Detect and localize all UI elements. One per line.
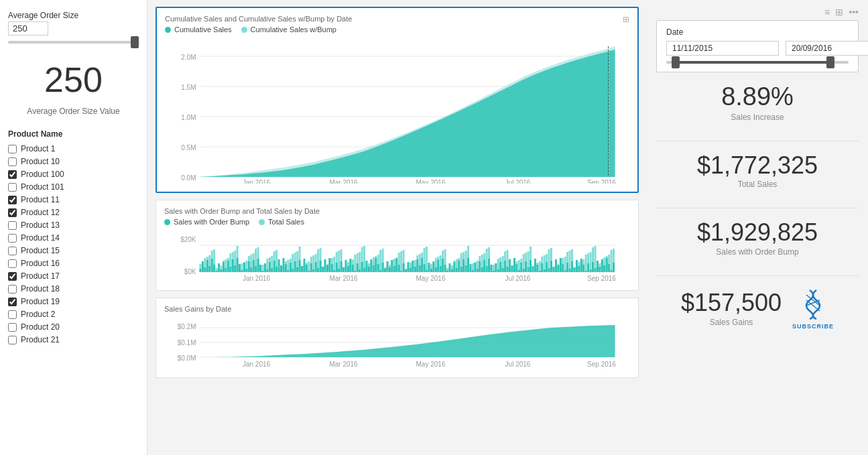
product-checkbox[interactable] [8, 285, 17, 294]
product-checkbox[interactable] [8, 323, 17, 332]
product-item[interactable]: Product 100 [8, 168, 139, 180]
product-checkbox[interactable] [8, 272, 17, 281]
product-item[interactable]: Product 12 [8, 206, 139, 218]
product-item[interactable]: Product 21 [8, 334, 139, 346]
svg-rect-226 [435, 267, 437, 272]
product-item[interactable]: Product 14 [8, 232, 139, 244]
slider-track [8, 41, 139, 44]
more-icon[interactable]: ••• [849, 7, 859, 17]
slider-value-input[interactable] [8, 21, 48, 36]
svg-rect-240 [451, 269, 453, 272]
product-checkbox[interactable] [8, 221, 17, 230]
main-area [200, 50, 615, 177]
svg-rect-198 [403, 263, 405, 272]
product-item[interactable]: Product 101 [8, 181, 139, 193]
svg-rect-68 [253, 260, 255, 272]
svg-rect-52 [234, 265, 236, 272]
svg-rect-96 [285, 264, 287, 272]
svg-rect-26 [204, 267, 206, 272]
svg-text:Mar 2016: Mar 2016 [329, 361, 358, 368]
svg-rect-296 [515, 264, 517, 272]
svg-rect-134 [328, 258, 330, 272]
bottom-chart-svg: $0.2M $0.1M $0.0M Jan 2016 Mar 2016 May … [164, 316, 630, 369]
svg-rect-174 [375, 258, 377, 272]
svg-rect-30 [208, 266, 210, 272]
svg-text:0.5M: 0.5M [181, 144, 196, 151]
svg-rect-260 [474, 263, 476, 272]
svg-rect-158 [357, 263, 359, 272]
date-range-row [666, 41, 849, 56]
product-checkbox[interactable] [8, 145, 17, 153]
svg-rect-142 [338, 269, 340, 272]
svg-rect-348 [576, 260, 578, 272]
product-checkbox[interactable] [8, 310, 17, 319]
svg-rect-164 [363, 268, 365, 272]
product-item[interactable]: Product 19 [8, 296, 139, 308]
product-checkbox[interactable] [8, 183, 17, 192]
product-item[interactable]: Product 16 [8, 257, 139, 269]
svg-rect-270 [486, 266, 488, 272]
product-item[interactable]: Product 17 [8, 270, 139, 282]
svg-rect-224 [432, 261, 434, 272]
product-item[interactable]: Product 20 [8, 321, 139, 333]
product-label: Product 101 [21, 182, 64, 192]
svg-rect-108 [299, 260, 301, 272]
date-from-input[interactable] [666, 41, 779, 56]
svg-rect-288 [507, 267, 509, 272]
svg-rect-362 [592, 262, 594, 272]
product-item[interactable]: Product 10 [8, 155, 139, 168]
svg-rect-308 [530, 260, 532, 272]
kpi-value-sales-with-bump: $1,929,825 [656, 219, 859, 246]
product-label: Product 2 [21, 310, 55, 319]
legend-dot-cumulative-sales [165, 27, 171, 33]
date-thumb-left[interactable] [672, 56, 680, 68]
kpi-divider-2 [656, 208, 859, 208]
product-checkbox[interactable] [8, 157, 17, 166]
svg-rect-366 [597, 261, 599, 272]
expand-icon[interactable]: ⊞ [623, 15, 629, 24]
product-checkbox[interactable] [8, 170, 17, 179]
expand-icon[interactable]: ⊞ [835, 7, 843, 17]
svg-rect-70 [255, 266, 257, 272]
svg-rect-140 [336, 263, 338, 272]
svg-rect-48 [229, 267, 231, 272]
kpi-label-sales-with-bump: Sales with Order Bump [656, 247, 859, 257]
big-number-value: 250 [8, 62, 139, 97]
product-checkbox[interactable] [8, 234, 17, 243]
svg-rect-298 [518, 270, 520, 272]
svg-rect-320 [544, 269, 546, 272]
svg-rect-130 [324, 259, 326, 272]
product-label: Product 16 [21, 259, 60, 268]
product-checkbox[interactable] [8, 259, 17, 268]
slider-thumb[interactable] [131, 36, 139, 48]
product-checkbox[interactable] [8, 298, 17, 306]
date-thumb-right[interactable] [826, 56, 834, 68]
product-item[interactable]: Product 11 [8, 194, 139, 206]
svg-rect-262 [477, 269, 479, 272]
product-item[interactable]: Product 2 [8, 308, 139, 320]
product-checkbox[interactable] [8, 196, 17, 204]
svg-rect-64 [248, 261, 250, 272]
product-item[interactable]: Product 13 [8, 219, 139, 231]
svg-rect-228 [437, 260, 439, 272]
svg-rect-218 [426, 270, 428, 272]
svg-text:Jan 2016: Jan 2016 [243, 179, 271, 184]
product-item[interactable]: Product 18 [8, 283, 139, 295]
svg-rect-155 [354, 255, 356, 272]
svg-rect-292 [511, 265, 513, 272]
product-checkbox[interactable] [8, 336, 17, 344]
subscribe-icon[interactable]: SUBSCRIBE [792, 287, 834, 330]
svg-rect-88 [275, 267, 277, 272]
product-checkbox[interactable] [8, 247, 17, 255]
svg-rect-316 [539, 271, 541, 272]
product-item[interactable]: Product 15 [8, 245, 139, 257]
product-checkbox[interactable] [8, 208, 17, 217]
svg-rect-74 [259, 265, 261, 272]
svg-rect-278 [495, 263, 497, 272]
svg-rect-334 [560, 258, 562, 272]
menu-icon[interactable]: ≡ [824, 7, 830, 17]
product-item[interactable]: Product 1 [8, 143, 139, 155]
svg-rect-115 [308, 261, 310, 272]
date-to-input[interactable] [786, 41, 868, 56]
legend-dot-cumulative-bump [241, 27, 247, 33]
